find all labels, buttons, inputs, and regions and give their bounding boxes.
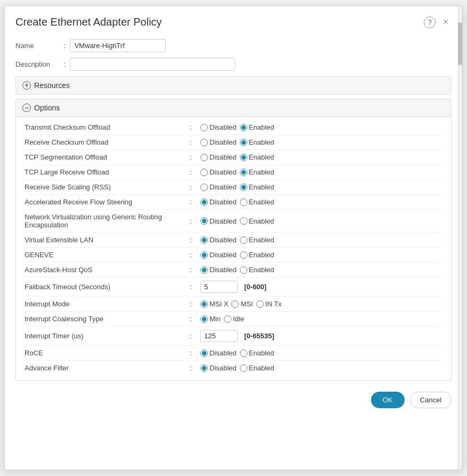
dialog-title: Create Ethernet Adapter Policy — [15, 16, 162, 28]
interrupt-timer-range: [0-65535] — [244, 332, 274, 340]
interrupt-mode-label: Interrupt Mode — [25, 300, 190, 308]
advance-filter-disabled-option[interactable]: Disabled — [200, 364, 237, 372]
resources-expand-icon: + — [22, 81, 31, 90]
roce-disabled-radio[interactable] — [200, 350, 208, 357]
resources-section-header[interactable]: + Resources — [16, 77, 451, 94]
arfs-disabled-radio[interactable] — [200, 199, 208, 206]
geneve-disabled-radio[interactable] — [200, 251, 208, 259]
roce-enabled-option[interactable]: Enabled — [240, 349, 275, 357]
dialog-footer: OK Cancel — [5, 384, 462, 416]
interrupt-mode-msix-radio[interactable] — [200, 300, 208, 308]
tcp-segmentation-disabled-option[interactable]: Disabled — [200, 153, 237, 161]
azurestack-qos-enabled-option[interactable]: Enabled — [240, 266, 275, 274]
interrupt-coalescing-min-option[interactable]: Min — [200, 315, 221, 323]
receive-checksum-label: Receive Checksum Offload — [25, 138, 190, 146]
option-row-transmit-checksum: Transmit Checksum Offload : Disabled Ena… — [25, 120, 442, 135]
advance-filter-radio-group: Disabled Enabled — [200, 364, 274, 372]
nvgre-disabled-option[interactable]: Disabled — [200, 217, 237, 225]
name-input[interactable] — [70, 39, 166, 52]
option-row-arfs: Accelerated Receive Flow Steering : Disa… — [25, 195, 442, 210]
option-row-interrupt-timer: Interrupt Timer (us) : [0-65535] — [25, 327, 442, 346]
interrupt-mode-msix-option[interactable]: MSI X — [200, 300, 228, 308]
geneve-enabled-option[interactable]: Enabled — [240, 251, 275, 259]
option-row-azurestack-qos: AzureStack-Host QoS : Disabled Enabled — [25, 263, 442, 277]
arfs-enabled-radio[interactable] — [240, 199, 247, 206]
option-row-failback-timeout: Failback Timeout (Seconds) : [0-600] — [25, 277, 442, 297]
transmit-checksum-enabled-option[interactable]: Enabled — [240, 123, 275, 131]
interrupt-coalescing-idle-radio[interactable] — [224, 315, 231, 323]
options-collapse-icon: − — [22, 104, 31, 112]
ok-button[interactable]: OK — [371, 392, 405, 408]
interrupt-coalescing-idle-option[interactable]: Idle — [224, 315, 244, 323]
interrupt-coalescing-label: Interrupt Coalescing Type — [25, 315, 190, 323]
interrupt-mode-radio-group: MSI X MSI IN Tx — [200, 300, 281, 308]
rss-disabled-radio[interactable] — [200, 184, 208, 191]
transmit-checksum-disabled-option[interactable]: Disabled — [200, 123, 237, 131]
transmit-checksum-disabled-radio[interactable] — [200, 124, 208, 131]
options-section-header[interactable]: − Options — [16, 99, 451, 117]
advance-filter-enabled-radio[interactable] — [240, 364, 247, 372]
advance-filter-enabled-option[interactable]: Enabled — [240, 364, 275, 372]
vxlan-enabled-option[interactable]: Enabled — [240, 236, 275, 244]
tcp-segmentation-disabled-radio[interactable] — [200, 154, 208, 161]
tcp-segmentation-enabled-radio[interactable] — [240, 154, 247, 161]
nvgre-disabled-radio[interactable] — [200, 217, 208, 225]
receive-checksum-disabled-radio[interactable] — [200, 139, 208, 146]
tcp-large-receive-disabled-radio[interactable] — [200, 169, 208, 176]
failback-timeout-range: [0-600] — [244, 283, 267, 291]
resources-section-label: Resources — [34, 81, 70, 90]
option-row-nvgre: Network Virtualization using Generic Rou… — [25, 210, 442, 233]
azurestack-qos-disabled-option[interactable]: Disabled — [200, 266, 237, 274]
azurestack-qos-enabled-radio[interactable] — [240, 266, 247, 274]
name-label: Name — [15, 42, 63, 50]
option-row-receive-checksum: Receive Checksum Offload : Disabled Enab… — [25, 135, 442, 150]
tcp-large-receive-enabled-option[interactable]: Enabled — [240, 168, 275, 176]
vxlan-disabled-radio[interactable] — [200, 236, 208, 244]
receive-checksum-enabled-option[interactable]: Enabled — [240, 138, 275, 146]
create-ethernet-adapter-policy-dialog: Create Ethernet Adapter Policy ? × Name … — [4, 6, 463, 470]
options-body: Transmit Checksum Offload : Disabled Ena… — [16, 117, 451, 380]
tcp-large-receive-radio-group: Disabled Enabled — [200, 168, 274, 176]
interrupt-mode-msi-radio[interactable] — [231, 300, 239, 308]
interrupt-coalescing-min-radio[interactable] — [200, 315, 208, 323]
rss-disabled-option[interactable]: Disabled — [200, 183, 237, 191]
close-button[interactable]: × — [440, 17, 452, 28]
transmit-checksum-enabled-radio[interactable] — [240, 124, 247, 131]
receive-checksum-enabled-radio[interactable] — [240, 139, 247, 146]
arfs-disabled-option[interactable]: Disabled — [200, 198, 237, 206]
receive-checksum-disabled-option[interactable]: Disabled — [200, 138, 237, 146]
vxlan-disabled-option[interactable]: Disabled — [200, 236, 237, 244]
nvgre-enabled-radio[interactable] — [240, 217, 247, 225]
geneve-enabled-radio[interactable] — [240, 251, 247, 259]
vxlan-enabled-radio[interactable] — [240, 236, 247, 244]
rss-enabled-option[interactable]: Enabled — [240, 183, 275, 191]
transmit-checksum-radio-group: Disabled Enabled — [200, 123, 274, 131]
scrollbar-track[interactable] — [458, 6, 462, 470]
interrupt-mode-msi-option[interactable]: MSI — [231, 300, 253, 308]
tcp-large-receive-disabled-option[interactable]: Disabled — [200, 168, 237, 176]
rss-label: Receive Side Scaling (RSS) — [25, 183, 190, 191]
description-input[interactable] — [70, 58, 235, 71]
name-row: Name : — [15, 39, 452, 52]
scrollbar-thumb[interactable] — [458, 22, 462, 65]
cancel-button[interactable]: Cancel — [410, 392, 452, 408]
tcp-large-receive-enabled-radio[interactable] — [240, 169, 247, 176]
transmit-checksum-label: Transmit Checksum Offload — [25, 123, 190, 131]
geneve-disabled-option[interactable]: Disabled — [200, 251, 237, 259]
rss-enabled-radio[interactable] — [240, 184, 247, 191]
form-area: Name : Description : — [5, 34, 462, 71]
advance-filter-disabled-radio[interactable] — [200, 364, 208, 372]
nvgre-enabled-option[interactable]: Enabled — [240, 217, 275, 225]
interrupt-coalescing-radio-group: Min Idle — [200, 315, 244, 323]
arfs-enabled-option[interactable]: Enabled — [240, 198, 275, 206]
interrupt-mode-intx-option[interactable]: IN Tx — [256, 300, 282, 308]
help-button[interactable]: ? — [424, 17, 436, 28]
interrupt-timer-input[interactable] — [200, 330, 238, 342]
azurestack-qos-disabled-radio[interactable] — [200, 266, 208, 274]
description-label: Description — [15, 60, 63, 68]
roce-enabled-radio[interactable] — [240, 350, 247, 357]
failback-timeout-input[interactable] — [200, 281, 238, 293]
tcp-segmentation-enabled-option[interactable]: Enabled — [240, 153, 275, 161]
roce-disabled-option[interactable]: Disabled — [200, 349, 237, 357]
interrupt-mode-intx-radio[interactable] — [256, 300, 264, 308]
